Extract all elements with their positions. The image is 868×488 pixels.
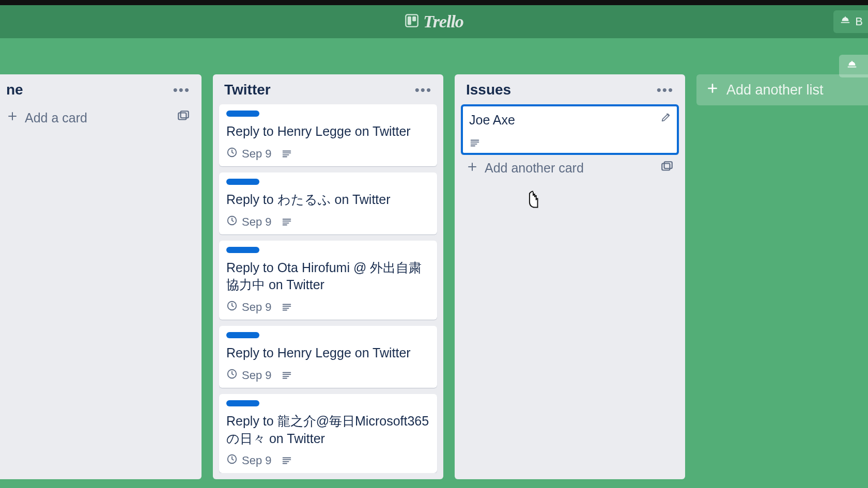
svg-rect-3 [178, 113, 186, 120]
card-badges: Sep 9 [226, 147, 430, 161]
list-menu-icon[interactable]: ••• [657, 82, 674, 98]
card[interactable]: Reply to わたるふ on Twitter Sep 9 [219, 172, 437, 234]
list-header: Twitter ••• [218, 82, 438, 104]
list-scrollbar[interactable] [440, 76, 447, 477]
add-card-label: Add a card [25, 111, 87, 125]
card-label-blue[interactable] [226, 111, 259, 117]
header-right-button[interactable]: B [833, 10, 868, 33]
list-menu-icon[interactable]: ••• [173, 82, 190, 98]
clock-icon [226, 368, 238, 383]
list-title[interactable]: ne [6, 82, 23, 98]
svg-rect-0 [406, 14, 417, 26]
header-right-letter: B [855, 15, 863, 28]
due-date-text: Sep 9 [242, 215, 272, 229]
concierge-icon [840, 14, 851, 29]
description-icon [281, 370, 292, 381]
card[interactable]: Reply to Henry Legge on Twitter Sep 9 [219, 104, 437, 166]
svg-rect-1 [408, 17, 411, 25]
description-icon [281, 455, 292, 466]
due-date-text: Sep 9 [242, 301, 272, 314]
card-template-icon[interactable] [177, 109, 190, 126]
list-twitter: Twitter ••• Reply to Henry Legge on Twit… [213, 74, 443, 479]
due-date-text: Sep 9 [242, 454, 272, 467]
card-title: Joe Axe [469, 112, 671, 129]
description-icon [281, 216, 292, 228]
description-icon [281, 302, 292, 313]
trello-logo[interactable]: Trello [405, 12, 463, 32]
plus-icon [466, 161, 478, 176]
cards-container: Joe Axe [460, 104, 680, 155]
due-date-text: Sep 9 [242, 147, 272, 161]
due-date-badge: Sep 9 [226, 215, 272, 229]
add-card-button[interactable]: Add a card [0, 104, 196, 127]
list-title[interactable]: Twitter [224, 82, 271, 98]
clock-icon [226, 453, 238, 468]
card-title: Reply to Ota Hirofumi @ 外出自粛協力中 on Twitt… [226, 259, 430, 294]
card[interactable]: Reply to Henry Legge on Twitter Sep 9 [219, 326, 437, 388]
svg-rect-4 [181, 111, 189, 118]
card-template-icon[interactable] [660, 160, 674, 177]
app-header: Trello B [0, 5, 868, 38]
card-title: Reply to 龍之介@毎日Microsoft365の日々 on Twitte… [226, 413, 430, 448]
add-another-card-button[interactable]: Add another card [460, 155, 680, 178]
clock-icon [226, 215, 238, 229]
card-badges: Sep 9 [226, 453, 430, 468]
card[interactable]: Reply to 龍之介@毎日Microsoft365の日々 on Twitte… [219, 394, 437, 474]
list-header: Issues ••• [460, 82, 680, 104]
card-title: Reply to Henry Legge on Twitter [226, 123, 430, 140]
add-card-label: Add another card [485, 161, 584, 176]
due-date-badge: Sep 9 [226, 368, 272, 383]
svg-rect-11 [664, 162, 672, 168]
trello-board-icon [405, 13, 419, 30]
plus-icon [706, 82, 719, 99]
concierge-icon [846, 59, 858, 73]
card-badges [469, 137, 671, 149]
svg-rect-10 [662, 163, 670, 170]
lists-row: ne ••• Add a card Twitter ••• [0, 74, 868, 479]
due-date-badge: Sep 9 [226, 453, 272, 468]
clock-icon [226, 300, 238, 314]
card-badges: Sep 9 [226, 300, 430, 314]
card-label-blue[interactable] [226, 247, 259, 253]
board-canvas: ne ••• Add a card Twitter ••• [0, 38, 868, 488]
list-menu-icon[interactable]: ••• [415, 82, 432, 98]
window-top-bar [0, 0, 868, 5]
due-date-text: Sep 9 [242, 369, 272, 382]
add-list-label: Add another list [726, 82, 824, 98]
description-icon [469, 137, 481, 149]
card-title: Reply to Henry Legge on Twitter [226, 344, 430, 362]
card-title: Reply to わたるふ on Twitter [226, 191, 430, 209]
list-issues: Issues ••• Joe Axe [455, 74, 685, 479]
card-label-blue[interactable] [226, 179, 259, 185]
due-date-badge: Sep 9 [226, 147, 272, 161]
svg-rect-2 [412, 17, 416, 21]
list-title[interactable]: Issues [466, 82, 511, 98]
plus-icon [6, 110, 19, 125]
list-header: ne ••• [0, 82, 196, 104]
card-badges: Sep 9 [226, 215, 430, 229]
description-icon [281, 148, 292, 160]
card-highlighted[interactable]: Joe Axe [461, 104, 679, 155]
list-partial-left: ne ••• Add a card [0, 74, 202, 479]
due-date-badge: Sep 9 [226, 300, 272, 314]
clock-icon [226, 147, 238, 161]
card-label-blue[interactable] [226, 332, 259, 338]
edit-card-icon[interactable] [660, 112, 672, 125]
cards-container: Reply to Henry Legge on Twitter Sep 9 Re… [218, 104, 438, 473]
add-another-list-button[interactable]: Add another list [696, 74, 868, 105]
card-badges: Sep 9 [226, 368, 430, 383]
card[interactable]: Reply to Ota Hirofumi @ 外出自粛協力中 on Twitt… [219, 241, 437, 320]
trello-logo-text: Trello [423, 12, 463, 32]
card-label-blue[interactable] [226, 400, 259, 406]
